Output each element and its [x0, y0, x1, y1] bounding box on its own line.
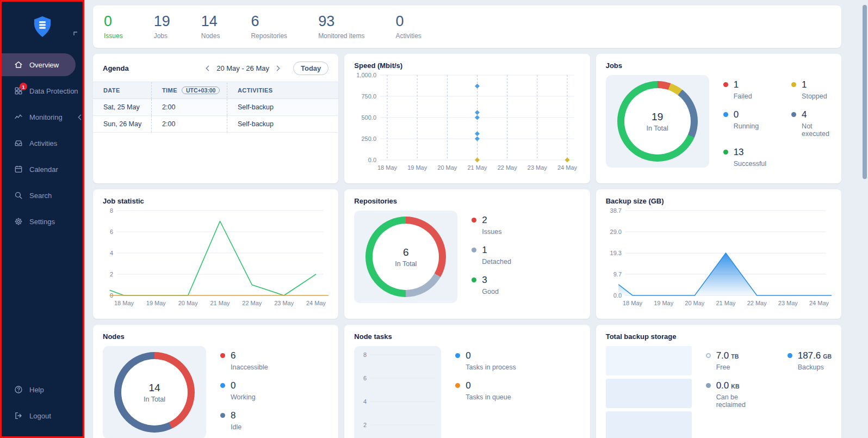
nodes-donut-chart: 14 In Total	[114, 352, 195, 433]
legend-item-backups: 187.6GBBackups	[788, 350, 832, 371]
node-tasks-legend: 0Tasks in process0Tasks in queue	[455, 346, 516, 438]
today-button[interactable]: Today	[293, 61, 328, 75]
jobs-card-body: 19 In Total 1Failed1Stopped0Running4Not …	[606, 75, 832, 168]
main-content: 0Issues19Jobs14Nodes6Repositories93Monit…	[84, 0, 868, 438]
legend-value: 1	[802, 79, 827, 90]
next-week-button[interactable]	[275, 64, 281, 72]
page-scrollbar[interactable]	[861, 0, 867, 438]
sidebar-item-activities[interactable]: Activities	[2, 130, 83, 156]
legend-value: 0.0KB	[716, 380, 762, 391]
storage-card: Total backup storage 7.0TBFree187.6GBBac…	[596, 325, 841, 438]
svg-text:750.0: 750.0	[362, 93, 377, 100]
svg-text:19.3: 19.3	[610, 250, 621, 256]
sidebar-collapse-icon[interactable]	[73, 28, 78, 33]
prev-week-button[interactable]	[204, 64, 210, 72]
legend-dot	[706, 383, 711, 388]
legend-text: 8Idle	[231, 410, 241, 431]
speed-card: Speed (Mbit/s) 0.0250.0500.0750.01,000.0…	[344, 54, 590, 183]
backup-size-card: Backup size (GB) 0.09.719.329.038.718 Ma…	[596, 189, 841, 319]
stat-value: 6	[251, 14, 287, 29]
legend-label: Tasks in queue	[466, 393, 511, 401]
agenda-time-cell: 2:00	[151, 116, 227, 132]
timezone-badge: UTC+03:00	[182, 87, 220, 94]
legend-number: 2	[482, 215, 487, 225]
sidebar-footer-nav: HelpLogout	[2, 377, 83, 436]
card-title: Nodes	[103, 332, 328, 341]
svg-text:19 May: 19 May	[407, 164, 427, 171]
card-title: Node tasks	[354, 332, 580, 341]
gear-icon	[14, 217, 23, 226]
svg-text:38.7: 38.7	[610, 207, 621, 214]
svg-text:6: 6	[363, 375, 367, 381]
notification-badge: 1	[20, 83, 27, 90]
legend-text: 0.0KBCan be reclaimed	[716, 380, 762, 409]
svg-text:9.7: 9.7	[613, 271, 621, 277]
svg-text:4: 4	[363, 398, 367, 405]
summary-stats-card: 0Issues19Jobs14Nodes6Repositories93Monit…	[93, 5, 841, 48]
sidebar-item-monitoring[interactable]: Monitoring	[2, 104, 83, 130]
nodes-legend: 6Inaccessible0Working8Idle	[220, 346, 268, 438]
sidebar-item-data-protection[interactable]: 1Data Protection	[2, 78, 83, 104]
sidebar-item-calendar[interactable]: Calendar	[2, 156, 83, 182]
sidebar-item-logout[interactable]: Logout	[2, 403, 83, 429]
stat-label: Repositories	[251, 32, 287, 40]
agenda-table-body: Sat, 25 May2:00Self-backupSun, 26 May2:0…	[93, 99, 338, 133]
stat-label: Activities	[396, 32, 421, 40]
nodes-donut-panel: 14 In Total	[103, 346, 206, 438]
legend-number: 6	[231, 350, 235, 361]
legend-number: 0.0	[716, 380, 729, 391]
chevron-left-icon[interactable]	[78, 114, 82, 120]
legend-dot	[723, 150, 728, 155]
legend-number: 4	[802, 109, 807, 120]
sidebar-item-overview[interactable]: Overview	[2, 53, 76, 76]
legend-item-stopped: 1Stopped	[791, 79, 832, 100]
stat-issues: 0Issues	[104, 14, 123, 39]
svg-text:24 May: 24 May	[306, 300, 326, 306]
legend-dot	[788, 353, 792, 358]
node-tasks-chart: 86420	[354, 350, 441, 438]
svg-text:500.0: 500.0	[362, 114, 377, 121]
job-statistic-card: Job statistic 0246818 May19 May20 May21 …	[93, 189, 338, 319]
legend-item-inaccessible: 6Inaccessible	[220, 350, 268, 371]
legend-unit: GB	[823, 353, 832, 360]
legend-item-can-be-reclaimed: 0.0KBCan be reclaimed	[706, 380, 762, 409]
sidebar-nav: Overview1Data ProtectionMonitoringActivi…	[2, 52, 83, 235]
legend-label: Not executed	[802, 122, 832, 138]
pulse-icon	[14, 113, 23, 121]
storage-card-body: 7.0TBFree187.6GBBackups0.0KBCan be recla…	[606, 346, 832, 438]
sidebar-item-label: Data Protection	[29, 87, 78, 95]
repositories-card: Repositories 6 In Total 2Issues1Detached…	[344, 189, 590, 319]
jobs-donut-chart: 19 In Total	[617, 81, 698, 162]
nodes-card-body: 14 In Total 6Inaccessible0Working8Idle	[103, 346, 328, 438]
legend-value: 7.0TB	[716, 350, 739, 361]
stat-label: Issues	[104, 32, 123, 40]
card-title: Repositories	[354, 197, 580, 205]
legend-value: 8	[231, 410, 241, 421]
sidebar-item-label: Search	[29, 192, 52, 200]
sidebar-item-help[interactable]: Help	[2, 377, 83, 403]
legend-item-idle: 8Idle	[220, 410, 268, 431]
donut-total-label: In Total	[395, 260, 417, 268]
repositories-donut-panel: 6 In Total	[354, 211, 457, 303]
node-tasks-card: Node tasks 86420 0Tasks in process0Tasks…	[344, 325, 590, 438]
legend-text: 3Good	[482, 275, 499, 295]
legend-value: 0	[734, 109, 759, 120]
stat-value: 0	[396, 14, 421, 29]
svg-text:6: 6	[110, 229, 113, 235]
repositories-card-body: 6 In Total 2Issues1Detached3Good	[354, 211, 580, 303]
sidebar-item-settings[interactable]: Settings	[2, 208, 83, 235]
legend-label: Tasks in process	[466, 363, 516, 371]
column-header-date: DATE	[93, 83, 151, 98]
svg-text:19 May: 19 May	[654, 300, 674, 306]
scrollbar-thumb[interactable]	[863, 5, 867, 179]
legend-dot	[472, 248, 476, 252]
legend-item-not-executed: 4Not executed	[791, 109, 832, 138]
svg-text:24 May: 24 May	[809, 300, 829, 306]
column-header-activities: ACTIVITIES	[227, 83, 338, 98]
svg-text:0.0: 0.0	[368, 157, 376, 163]
node-tasks-card-body: 86420 0Tasks in process0Tasks in queue	[354, 346, 580, 438]
jobs-legend: 1Failed1Stopped0Running4Not executed13Su…	[723, 75, 832, 168]
legend-dot	[220, 383, 225, 388]
legend-item-good: 3Good	[472, 275, 511, 295]
sidebar-item-search[interactable]: Search	[2, 182, 83, 208]
